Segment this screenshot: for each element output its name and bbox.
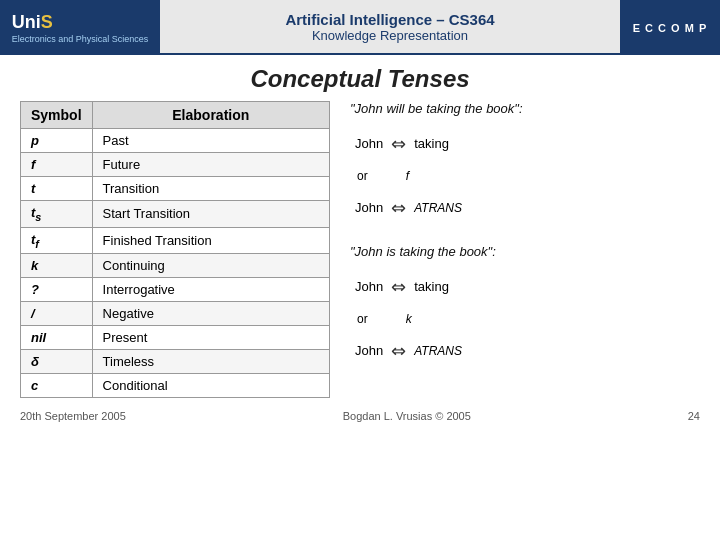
elaboration-cell: Conditional xyxy=(92,374,329,398)
table-row: tfFinished Transition xyxy=(21,227,330,254)
example2-section: "John is taking the book": John ⇔ taking… xyxy=(350,244,700,369)
table-row: δTimeless xyxy=(21,350,330,374)
example2-k-label: k xyxy=(406,307,412,331)
example1-title: "John will be taking the book": xyxy=(350,101,700,116)
table-row: /Negative xyxy=(21,302,330,326)
symbol-cell: tf xyxy=(21,227,93,254)
example2-or-row: or k xyxy=(355,307,700,331)
page-title-area: Conceptual Tenses xyxy=(0,55,720,101)
symbol-cell: δ xyxy=(21,350,93,374)
header: UniS Electronics and Physical Sciences A… xyxy=(0,0,720,55)
example2-john2: John xyxy=(355,338,383,364)
example1-john1: John xyxy=(355,131,383,157)
elaboration-cell: Present xyxy=(92,326,329,350)
example1-john2: John xyxy=(355,195,383,221)
table-row: cConditional xyxy=(21,374,330,398)
symbol-cell: nil xyxy=(21,326,93,350)
elaboration-cell: Finished Transition xyxy=(92,227,329,254)
course-title-sub: Knowledge Representation xyxy=(312,28,468,43)
elaboration-cell: Transition xyxy=(92,177,329,201)
table-row: nilPresent xyxy=(21,326,330,350)
table-row: tTransition xyxy=(21,177,330,201)
example2-or: or xyxy=(357,307,368,331)
double-arrow-icon1: ⇔ xyxy=(391,126,406,162)
example2-row1: John ⇔ taking xyxy=(355,269,700,305)
example2-row2: John ⇔ ATRANS xyxy=(355,333,700,369)
double-arrow-icon2: ⇔ xyxy=(391,190,406,226)
example1-taking1: taking xyxy=(414,131,449,157)
symbol-cell: k xyxy=(21,254,93,278)
elaboration-cell: Future xyxy=(92,153,329,177)
footer-date: 20th September 2005 xyxy=(20,410,126,422)
eccomp-label: E C C O M P xyxy=(633,22,708,34)
page-title: Conceptual Tenses xyxy=(250,65,469,92)
header-right-logo: E C C O M P xyxy=(620,0,720,55)
example2-diagram: John ⇔ taking or k John ⇔ ATRANS xyxy=(355,269,700,369)
example1-or: or xyxy=(357,164,368,188)
elaboration-cell: Negative xyxy=(92,302,329,326)
course-title-main: Artificial Intelligence – CS364 xyxy=(285,11,494,28)
logo-subtitle: Electronics and Physical Sciences xyxy=(12,34,149,44)
example1-atrans: ATRANS xyxy=(414,196,462,220)
symbol-cell: ts xyxy=(21,201,93,228)
university-logo: UniS Electronics and Physical Sciences xyxy=(0,0,160,55)
right-panel: "John will be taking the book": John ⇔ t… xyxy=(350,101,700,398)
elaboration-cell: Past xyxy=(92,129,329,153)
example2-taking1: taking xyxy=(414,274,449,300)
example1-row1: John ⇔ taking xyxy=(355,126,700,162)
col-symbol-header: Symbol xyxy=(21,102,93,129)
main-content: Symbol Elaboration pPastfFuturetTransiti… xyxy=(0,101,720,398)
example1-row2: John ⇔ ATRANS xyxy=(355,190,700,226)
symbol-cell: t xyxy=(21,177,93,201)
table-row: ?Interrogative xyxy=(21,278,330,302)
symbol-cell: / xyxy=(21,302,93,326)
example2-atrans: ATRANS xyxy=(414,339,462,363)
double-arrow-icon3: ⇔ xyxy=(391,269,406,305)
logo-name: UniS xyxy=(12,11,149,34)
course-title-area: Artificial Intelligence – CS364 Knowledg… xyxy=(160,0,620,55)
tenses-table: Symbol Elaboration pPastfFuturetTransiti… xyxy=(20,101,330,398)
symbol-cell: ? xyxy=(21,278,93,302)
table-row: kContinuing xyxy=(21,254,330,278)
symbol-cell: c xyxy=(21,374,93,398)
elaboration-cell: Timeless xyxy=(92,350,329,374)
example1-section: "John will be taking the book": John ⇔ t… xyxy=(350,101,700,226)
symbol-cell: p xyxy=(21,129,93,153)
example1-or-row: or f xyxy=(355,164,700,188)
table-area: Symbol Elaboration pPastfFuturetTransiti… xyxy=(20,101,330,398)
example1-diagram: John ⇔ taking or f John ⇔ ATRANS xyxy=(355,126,700,226)
table-row: tsStart Transition xyxy=(21,201,330,228)
table-row: fFuture xyxy=(21,153,330,177)
footer: 20th September 2005 Bogdan L. Vrusias © … xyxy=(0,402,720,422)
col-elaboration-header: Elaboration xyxy=(92,102,329,129)
table-row: pPast xyxy=(21,129,330,153)
footer-author: Bogdan L. Vrusias © 2005 xyxy=(343,410,471,422)
example2-title: "John is taking the book": xyxy=(350,244,700,259)
symbol-cell: f xyxy=(21,153,93,177)
elaboration-cell: Continuing xyxy=(92,254,329,278)
elaboration-cell: Start Transition xyxy=(92,201,329,228)
double-arrow-icon4: ⇔ xyxy=(391,333,406,369)
example1-f-label: f xyxy=(406,164,409,188)
example2-john1: John xyxy=(355,274,383,300)
footer-page: 24 xyxy=(688,410,700,422)
elaboration-cell: Interrogative xyxy=(92,278,329,302)
